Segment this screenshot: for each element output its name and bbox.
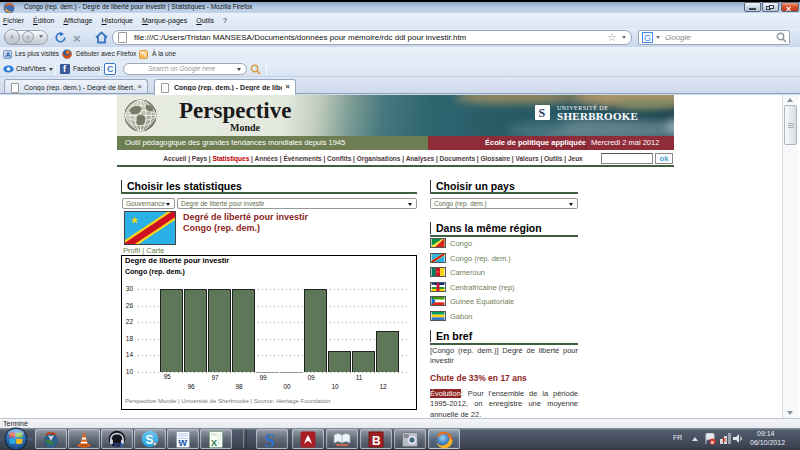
svg-text:x: x [722,435,727,444]
svg-text:S: S [146,433,154,447]
svg-text:W: W [179,438,188,448]
svg-text:SYM: SYM [114,443,124,448]
svg-text:X: X [211,438,217,448]
svg-text:B: B [372,434,381,448]
svg-text:G: G [644,33,651,43]
svg-text:S: S [265,430,276,450]
